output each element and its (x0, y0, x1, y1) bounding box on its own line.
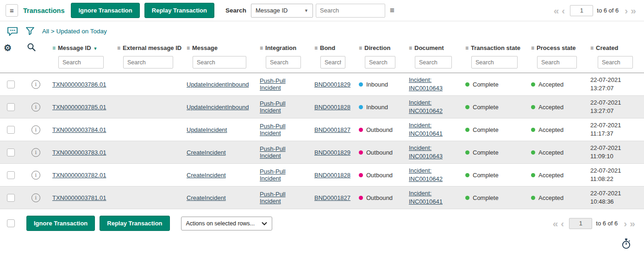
column-header-message[interactable]: ≡Message (183, 41, 256, 55)
document-link[interactable]: Incident: INC0010643 (409, 144, 446, 161)
last-page-button[interactable]: » (628, 218, 637, 228)
message-link[interactable]: CreateIncident (187, 194, 226, 201)
column-menu-icon[interactable]: ≡ (314, 45, 318, 51)
page-number-input[interactable] (569, 218, 592, 229)
main-menu-button[interactable]: ≡ (6, 4, 18, 17)
info-icon[interactable]: i (31, 171, 40, 180)
column-header-transaction-state[interactable]: ≡Transaction state (462, 41, 527, 55)
integration-link[interactable]: Push-Pull Incident (260, 145, 286, 159)
filter-input-bond[interactable] (320, 56, 345, 68)
first-page-button[interactable]: « (551, 218, 560, 228)
bond-link[interactable]: BND0001828 (314, 104, 350, 111)
document-link[interactable]: Incident: INC0010641 (409, 121, 446, 138)
row-checkbox[interactable] (7, 126, 15, 134)
column-menu-icon[interactable]: ≡ (260, 45, 263, 51)
message-id-link[interactable]: TXN0000003786.01 (52, 81, 106, 88)
actions-dropdown[interactable]: Actions on selected rows... (181, 217, 272, 230)
search-input[interactable] (316, 4, 385, 18)
created-date: 22-07-2021 (590, 121, 640, 130)
settings-gear-icon[interactable]: ⚙ (4, 43, 12, 53)
ignore-transaction-button[interactable]: Ignore Transaction (71, 3, 139, 18)
filter-input-document[interactable] (415, 56, 452, 68)
column-header-document[interactable]: ≡Document (405, 41, 462, 55)
prev-page-button[interactable]: ‹ (559, 218, 565, 228)
filter-input-message-id[interactable] (58, 56, 104, 68)
message-id-link[interactable]: TXN0000003783.01 (52, 149, 106, 156)
filter-funnel-icon[interactable] (25, 26, 35, 36)
column-menu-icon[interactable]: ≡ (531, 45, 534, 51)
select-all-checkbox[interactable] (7, 219, 15, 227)
column-menu-icon[interactable]: ≡ (409, 45, 412, 51)
message-link[interactable]: UpdateIncidentInbound (187, 104, 249, 111)
next-page-button[interactable]: › (623, 6, 629, 15)
row-checkbox[interactable] (7, 171, 15, 179)
row-checkbox[interactable] (7, 149, 15, 156)
document-link[interactable]: Incident: INC0010642 (409, 167, 446, 183)
filter-input-transaction-state[interactable] (471, 56, 518, 68)
prev-page-button[interactable]: ‹ (560, 6, 566, 15)
integration-link[interactable]: Push-Pull Incident (260, 123, 286, 137)
info-icon[interactable]: i (31, 80, 40, 89)
row-checkbox[interactable] (7, 81, 15, 88)
integration-link[interactable]: Push-Pull Incident (260, 191, 286, 205)
first-page-button[interactable]: « (552, 6, 561, 15)
document-link[interactable]: Incident: INC0010643 (409, 76, 446, 93)
replay-transaction-button[interactable]: Replay Transaction (144, 3, 214, 18)
column-menu-icon[interactable]: ≡ (590, 45, 594, 51)
message-id-link[interactable]: TXN0000003781.01 (52, 194, 106, 201)
row-checkbox[interactable] (7, 103, 15, 111)
filter-input-integration[interactable] (266, 56, 301, 68)
integration-link[interactable]: Push-Pull Incident (260, 100, 286, 114)
message-link[interactable]: UpdateIncident (187, 126, 227, 133)
filter-input-message[interactable] (193, 56, 246, 68)
row-checkbox[interactable] (7, 194, 15, 202)
column-menu-icon[interactable]: ≡ (117, 45, 120, 51)
bond-link[interactable]: BND0001829 (314, 81, 350, 88)
bond-link[interactable]: BND0001828 (314, 172, 350, 179)
column-header-direction[interactable]: ≡Direction (355, 41, 405, 55)
document-link[interactable]: Incident: INC0010642 (409, 99, 446, 115)
info-icon[interactable]: i (31, 103, 40, 112)
message-id-link[interactable]: TXN0000003785.01 (52, 104, 106, 111)
integration-link[interactable]: Push-Pull Incident (260, 168, 286, 182)
bond-link[interactable]: BND0001829 (314, 149, 350, 156)
integration-link[interactable]: Push-Pull Incident (260, 77, 286, 91)
filter-input-external-message-id[interactable] (123, 56, 173, 68)
column-header-process-state[interactable]: ≡Process state (527, 41, 587, 55)
stopwatch-icon[interactable] (621, 238, 631, 251)
filter-input-created[interactable] (598, 56, 633, 68)
message-link[interactable]: UpdateIncidentInbound (187, 81, 249, 88)
comments-icon[interactable] (7, 26, 18, 36)
document-link[interactable]: Incident: INC0010641 (409, 189, 446, 206)
search-magnifier-icon[interactable] (27, 46, 36, 53)
column-header-integration[interactable]: ≡Integration (256, 41, 311, 55)
column-header-created[interactable]: ≡Created (587, 41, 644, 55)
filter-input-process-state[interactable] (537, 56, 577, 68)
info-icon[interactable]: i (31, 148, 40, 157)
hamburger-icon: ≡ (10, 6, 14, 14)
column-menu-icon[interactable]: ≡ (187, 45, 190, 51)
column-menu-icon[interactable]: ≡ (465, 45, 469, 51)
breadcrumb[interactable]: All > Updated on Today (42, 28, 107, 35)
bond-link[interactable]: BND0001827 (314, 194, 350, 201)
column-menu-icon[interactable]: ≡ (52, 45, 56, 51)
message-link[interactable]: CreateIncident (187, 149, 226, 156)
next-page-button[interactable]: › (622, 218, 628, 228)
column-header-message-id[interactable]: ≡Message ID▼ (49, 41, 113, 55)
filter-input-direction[interactable] (365, 56, 395, 68)
page-number-input[interactable] (570, 5, 593, 16)
info-icon[interactable]: i (31, 193, 40, 202)
column-header-external-message-id[interactable]: ≡External message ID (113, 41, 183, 55)
last-page-button[interactable]: » (629, 6, 638, 15)
search-type-dropdown[interactable]: Message ID ▼ (251, 4, 313, 18)
ignore-transaction-button-bottom[interactable]: Ignore Transaction (26, 216, 95, 231)
message-id-link[interactable]: TXN0000003782.01 (52, 172, 106, 179)
replay-transaction-button-bottom[interactable]: Replay Transaction (100, 216, 169, 231)
column-menu-icon[interactable]: ≡ (359, 45, 362, 51)
column-header-bond[interactable]: ≡Bond (311, 41, 355, 55)
search-options-menu-icon[interactable]: ≡ (390, 6, 394, 15)
bond-link[interactable]: BND0001827 (314, 126, 350, 133)
message-id-link[interactable]: TXN0000003784.01 (52, 126, 106, 133)
info-icon[interactable]: i (31, 125, 40, 134)
message-link[interactable]: CreateIncident (187, 172, 226, 179)
